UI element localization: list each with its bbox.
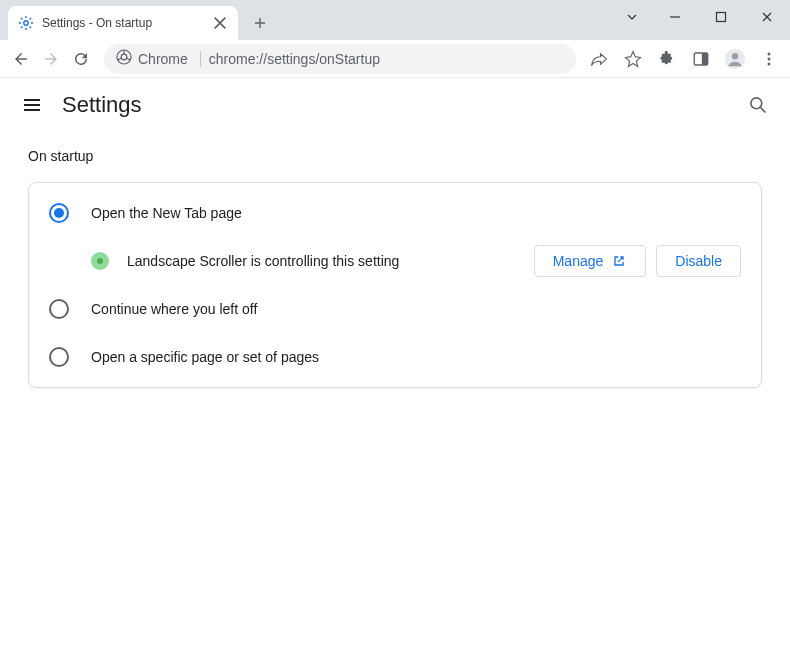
close-tab-icon[interactable] xyxy=(212,15,228,31)
maximize-button[interactable] xyxy=(698,0,744,34)
radio-icon xyxy=(49,347,69,367)
controlled-by-extension-row: Landscape Scroller is controlling this s… xyxy=(29,237,761,285)
radio-option-new-tab[interactable]: Open the New Tab page xyxy=(29,189,761,237)
svg-point-4 xyxy=(121,54,127,60)
svg-point-10 xyxy=(768,52,771,55)
radio-icon xyxy=(49,299,69,319)
settings-header: Settings xyxy=(0,78,790,132)
bookmark-button[interactable] xyxy=(618,44,648,74)
svg-point-9 xyxy=(732,53,738,59)
disable-label: Disable xyxy=(675,253,722,269)
site-chip: Chrome xyxy=(116,49,188,68)
manage-button[interactable]: Manage xyxy=(534,245,647,277)
chrome-icon xyxy=(116,49,132,68)
controlled-text: Landscape Scroller is controlling this s… xyxy=(127,253,534,269)
radio-icon xyxy=(49,203,69,223)
option-label: Open a specific page or set of pages xyxy=(91,349,741,365)
menu-button[interactable] xyxy=(754,44,784,74)
gear-icon xyxy=(18,15,34,31)
forward-button[interactable] xyxy=(36,44,66,74)
radio-option-specific-pages[interactable]: Open a specific page or set of pages xyxy=(29,333,761,381)
new-tab-button[interactable] xyxy=(246,9,274,37)
svg-point-2 xyxy=(24,21,28,25)
startup-card: Open the New Tab page Landscape Scroller… xyxy=(28,182,762,388)
disable-button[interactable]: Disable xyxy=(656,245,741,277)
option-label: Continue where you left off xyxy=(91,301,741,317)
extension-icon xyxy=(91,252,109,270)
svg-point-11 xyxy=(768,57,771,60)
extensions-button[interactable] xyxy=(652,44,682,74)
svg-line-14 xyxy=(761,108,766,113)
toolbar: Chrome chrome://settings/onStartup xyxy=(0,40,790,78)
svg-point-13 xyxy=(751,98,762,109)
minimize-button[interactable] xyxy=(652,0,698,34)
option-label: Open the New Tab page xyxy=(91,205,741,221)
close-window-button[interactable] xyxy=(744,0,790,34)
tab-title: Settings - On startup xyxy=(42,16,212,30)
profile-button[interactable] xyxy=(720,44,750,74)
radio-option-continue[interactable]: Continue where you left off xyxy=(29,285,761,333)
manage-label: Manage xyxy=(553,253,604,269)
window-dropdown[interactable] xyxy=(612,0,652,34)
svg-point-12 xyxy=(768,62,771,65)
section-title: On startup xyxy=(28,148,762,164)
browser-tab[interactable]: Settings - On startup xyxy=(8,6,238,40)
hamburger-menu-button[interactable] xyxy=(20,93,44,117)
separator xyxy=(200,51,201,67)
svg-rect-7 xyxy=(703,53,708,65)
back-button[interactable] xyxy=(6,44,36,74)
side-panel-button[interactable] xyxy=(686,44,716,74)
page-title: Settings xyxy=(62,92,746,118)
open-in-new-icon xyxy=(611,253,627,269)
site-chip-label: Chrome xyxy=(138,51,188,67)
search-settings-button[interactable] xyxy=(746,93,770,117)
omnibox-url: chrome://settings/onStartup xyxy=(209,51,380,67)
share-button[interactable] xyxy=(584,44,614,74)
svg-rect-1 xyxy=(717,13,726,22)
omnibox[interactable]: Chrome chrome://settings/onStartup xyxy=(104,44,576,74)
reload-button[interactable] xyxy=(66,44,96,74)
